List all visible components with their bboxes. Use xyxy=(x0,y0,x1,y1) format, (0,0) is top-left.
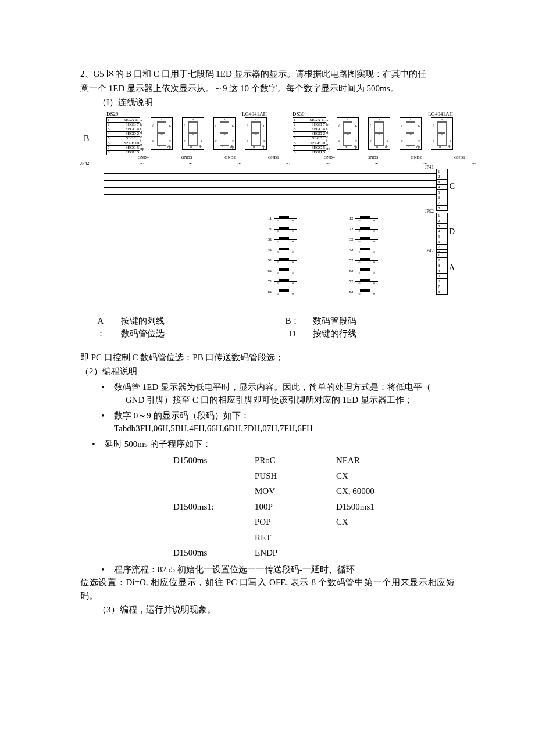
intro-line-2: 意一个 1ED 显示器上依次显示从。～9 这 10 个数字。每个数字显示时间为 … xyxy=(80,82,455,95)
legend-b-val: 数码管段码 xyxy=(313,314,356,328)
seven-seg-display: afbgecddp xyxy=(337,117,359,150)
bus-line xyxy=(104,177,436,177)
seven-seg-display: afbgecddp xyxy=(400,117,422,150)
seven-seg-display: afbgecddp xyxy=(182,117,204,150)
gnd-sym-left: ∞∞∞∞ xyxy=(140,160,279,167)
bullet-1b: GND 引脚）接至 C 口的相应引脚即可使该引脚所对应的 1ED 显示器工作； xyxy=(80,393,455,407)
pin-block-left: 1SEGA 11 2SEGB 7 3SEGC 4 4SEGD 2 5SEGE 1… xyxy=(106,117,140,155)
seven-seg-display: afbgecddp xyxy=(213,117,236,150)
bus-line xyxy=(104,198,436,198)
gnd-row-right: GND4GND3GND2GND1 xyxy=(324,155,465,161)
port-label-a: A xyxy=(449,261,455,274)
jp92-label: JP92 xyxy=(425,208,434,215)
bit-select-line: 位选设置：Di=O, 相应位显示，如往 PC 口写入 OFE, 表示 8 个数码… xyxy=(80,576,455,602)
seg-letters-right: ab cd ef gdp xyxy=(326,117,332,152)
legend-c-val: 数码管位选 xyxy=(121,327,165,341)
pin-block-right: 1SEGA 11 2SEGB 7 3SEGC 4 4SEGD 2 5SEGE 1… xyxy=(293,117,326,155)
item-1-heading: （I）连线说明 xyxy=(80,96,455,109)
connector-jp47: 12 34 56 78 xyxy=(436,252,448,295)
gnd-sym-right: ∞∞∞∞ xyxy=(326,160,465,167)
legend-a-colon: ： xyxy=(80,327,121,341)
seven-seg-display: afbgecddp xyxy=(431,117,453,150)
seg-letters-left: ab cd ef gdp xyxy=(140,117,146,152)
bus-line xyxy=(104,173,436,174)
port-label-d: D xyxy=(449,225,455,238)
pc-pb-line: 即 PC 口控制 C 数码管位选；PB 口传送数码管段选； xyxy=(80,351,455,364)
key-matrix: 11oo12oo 21oo22oo 31oo32oo 41oo42oo 51oo… xyxy=(262,214,425,298)
bus-line xyxy=(104,180,436,181)
jp42-label: JP42 xyxy=(80,160,90,167)
legend-b-key: B： xyxy=(272,314,313,328)
delay-subroutine: D1500msPRoCNEAR PUSHCX MOVCX, 60000 D150… xyxy=(80,453,455,561)
legend-a-val: 按键的列线 xyxy=(121,314,165,328)
intro-line-1: 2、G5 区的 B 口和 C 口用于七段码 1ED 显示器的显示。请根据此电路图… xyxy=(80,67,455,81)
seven-seg-display: afbgecddp xyxy=(368,117,390,150)
bullet-4: • 程序流程：8255 初始化一设置位选一一传送段码-一延时、循环 xyxy=(80,563,455,576)
page: 2、G5 区的 B 口和 C 口用于七段码 1ED 显示器的显示。请根据此电路图… xyxy=(0,0,535,756)
legend-d-val: 按键的行线 xyxy=(313,327,356,341)
gnd-row-left: GND4GND3GND2GND1 xyxy=(138,155,279,161)
bullet-2: • 数字 0～9 的显示码（段码）如下： xyxy=(80,409,455,422)
bus-line xyxy=(104,187,436,188)
bullet-3: • 延时 500ms 的子程序如下： xyxy=(80,438,455,451)
legend-a-key: A xyxy=(80,314,121,328)
bullet-1: • 数码管 1ED 显示器为低电平时，显示内容。因此，简单的处理方式是：将低电平… xyxy=(80,381,455,394)
seven-seg-display: afbgecddp xyxy=(245,117,267,150)
bus-line xyxy=(104,194,436,195)
legend-d-key: D xyxy=(272,327,313,341)
item-3-heading: （3）编程，运行并说明现象。 xyxy=(80,603,455,617)
seven-seg-display: afbgecddp xyxy=(151,117,173,150)
circuit-diagram: B C D A JP42 JP41 JP92 JP47 DS29 LG4041A… xyxy=(80,110,455,311)
segment-codes: Tabdb3FH,06H,5BH,4FH,66H,6DH,7DH,07H,7FH… xyxy=(80,422,455,435)
connector-jp92: 12 34 56 78 xyxy=(436,213,448,255)
legend: A ： 按键的列线 数码管位选 B： D 数码管段码 按键的行线 xyxy=(80,314,455,341)
bus-line xyxy=(104,184,436,184)
port-label-b: B xyxy=(84,132,89,145)
jp47-label: JP47 xyxy=(425,248,434,255)
bus-line xyxy=(104,191,436,191)
port-label-c: C xyxy=(450,180,455,192)
connector-jp41: 12 34 56 78 xyxy=(436,169,448,211)
item-2-heading: （2）编程说明 xyxy=(80,365,455,378)
